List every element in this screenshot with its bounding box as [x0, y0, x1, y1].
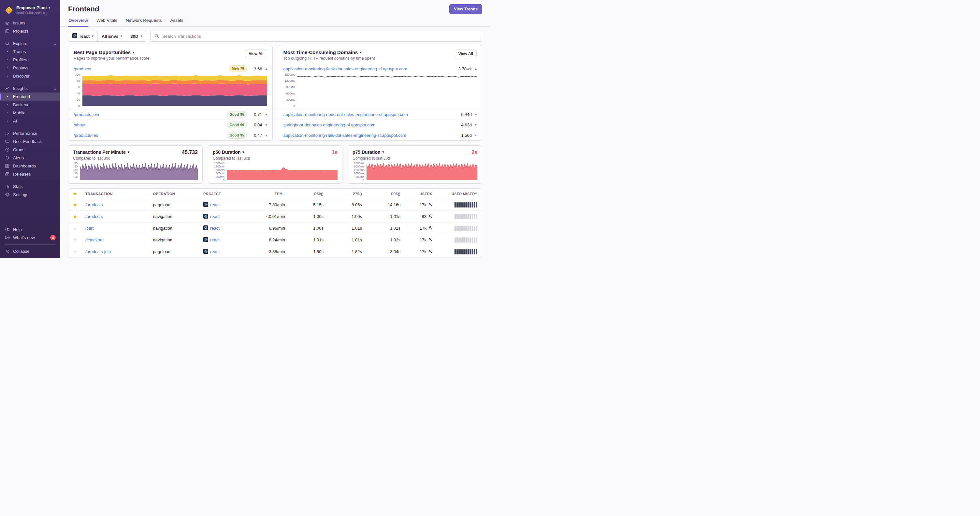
sidebar-item-performance[interactable]: Performance — [0, 129, 60, 138]
transaction-link[interactable]: /products-fes — [74, 133, 98, 138]
project-filter[interactable]: react ▾ — [68, 31, 98, 41]
misery-bar — [458, 214, 460, 219]
column-header-tpm[interactable]: TPM↓ — [249, 192, 285, 196]
sidebar-item-releases[interactable]: Releases — [0, 170, 60, 178]
transaction-link[interactable]: /products-join — [85, 249, 111, 254]
project-link[interactable]: react — [210, 214, 220, 219]
metric-title[interactable]: Transactions Per Minute▾ — [73, 149, 129, 155]
project-link[interactable]: react — [210, 202, 220, 207]
sidebar-item-issues[interactable]: Issues — [0, 19, 60, 27]
search-input[interactable] — [162, 33, 478, 39]
sidebar-item-profiles[interactable]: Profiles — [0, 56, 60, 64]
metric-value: 45.732 — [182, 149, 198, 156]
environment-filter[interactable]: All Envs ▾ — [98, 31, 126, 41]
column-header-p95[interactable]: P95() — [364, 192, 400, 196]
sidebar-item-mobile[interactable]: Mobile — [0, 109, 60, 117]
sidebar-item-discover[interactable]: Discover — [0, 72, 60, 80]
metric-title[interactable]: p50 Duration▾ — [213, 149, 244, 155]
chevron-down-icon[interactable]: ▾ — [265, 113, 267, 116]
opportunity-score: 3.66 — [250, 67, 262, 71]
sidebar-item-crons[interactable]: Crons — [0, 146, 60, 154]
chevron-down-icon[interactable]: ▾ — [265, 124, 267, 127]
column-header-transaction[interactable]: TRANSACTION — [85, 192, 151, 196]
sidebar-item-projects[interactable]: Projects — [0, 27, 60, 35]
view-trends-button[interactable]: View Trends — [449, 4, 482, 14]
opportunities-subtitle: Pages to improve your performance score — [74, 56, 150, 60]
misery-bar — [476, 202, 477, 208]
y-tick-label: 2000ms — [354, 165, 364, 168]
tab-network-requests[interactable]: Network Requests — [126, 16, 162, 27]
project-link[interactable]: react — [210, 226, 220, 231]
org-logo-icon — [5, 6, 13, 15]
project-link[interactable]: react — [210, 249, 220, 254]
domain-link[interactable]: application-monitoring-rails-dot-sales-e… — [283, 133, 406, 138]
column-header-misery[interactable]: USER MISERY — [435, 192, 477, 196]
sidebar-item-stats[interactable]: Stats — [0, 183, 60, 191]
column-header-p50[interactable]: P50() — [288, 192, 323, 196]
chevron-up-icon[interactable]: ▴ — [265, 67, 267, 70]
org-switcher[interactable]: Empower Plant▾ dominik.buszowiec... — [0, 3, 60, 18]
chevron-down-icon[interactable]: ▾ — [475, 113, 477, 116]
y-tick-label: 300ms — [216, 175, 224, 178]
sort-desc-icon: ↓ — [283, 192, 285, 196]
sidebar-item-backend[interactable]: Backend — [0, 101, 60, 109]
domain-link[interactable]: application-monitoring-node-dot-sales-en… — [283, 112, 408, 117]
date-range-filter[interactable]: 30D ▾ — [126, 31, 146, 41]
domain-link[interactable]: application-monitoring-flask-dot-sales-e… — [283, 67, 407, 71]
misery-bar — [457, 238, 458, 243]
chevron-down-icon[interactable]: ▾ — [475, 134, 477, 137]
sidebar-item-insights[interactable]: Insights▴ — [0, 84, 60, 92]
transaction-link[interactable]: /about — [74, 122, 85, 127]
domain-row: application-monitoring-rails-dot-sales-e… — [278, 130, 482, 140]
sidebar-item-what-s-new[interactable]: What's new4 — [0, 233, 60, 242]
opportunities-title[interactable]: Best Page Opportunities▾ — [74, 49, 150, 55]
sidebar-item-traces[interactable]: Traces — [0, 48, 60, 56]
users-cell: 17k — [403, 238, 432, 243]
sidebar-item-explore[interactable]: Explore▴ — [0, 40, 60, 48]
metric-title[interactable]: p75 Duration▾ — [353, 149, 384, 155]
tab-overview[interactable]: Overview — [68, 16, 88, 27]
view-all-domains-button[interactable]: View All — [455, 49, 477, 58]
column-header-users[interactable]: USERS — [403, 192, 432, 196]
transaction-link[interactable]: /products — [85, 202, 103, 207]
sidebar-item-replays[interactable]: Replays — [0, 64, 60, 72]
transaction-link[interactable]: /products — [74, 67, 91, 71]
sidebar-item-alerts[interactable]: Alerts — [0, 154, 60, 162]
chevron-down-icon[interactable]: ▾ — [265, 134, 267, 137]
y-tick-label: 1500ms — [214, 162, 224, 165]
sidebar-item-dashboards[interactable]: Dashboards — [0, 162, 60, 170]
operation-cell: navigation — [153, 238, 201, 242]
sidebar-section: Insights▴FrontendBackendMobileAI — [0, 84, 60, 125]
column-header-project[interactable]: PROJECT — [203, 192, 247, 196]
sidebar-item-collapse[interactable]: Collapse — [0, 247, 60, 256]
chevron-down-icon[interactable]: ▾ — [475, 124, 477, 127]
sidebar-item-ai[interactable]: AI — [0, 117, 60, 125]
project-link[interactable]: react — [210, 238, 220, 242]
sidebar-item-help[interactable]: Help — [0, 225, 60, 233]
project-cell: react — [203, 237, 247, 243]
star-toggle[interactable]: ☆ — [73, 249, 77, 254]
tab-assets[interactable]: Assets — [170, 16, 184, 27]
star-toggle[interactable]: ☆ — [73, 238, 77, 243]
domains-title[interactable]: Most Time-Consuming Domains▾ — [283, 49, 375, 55]
domain-link[interactable]: springboot-dot-sales-engineering-sf.apps… — [283, 122, 375, 127]
sidebar-item-user-feedback[interactable]: User Feedback — [0, 138, 60, 146]
users-cell: 83 — [403, 214, 432, 219]
transaction-link[interactable]: /products — [85, 214, 103, 219]
sidebar-item-settings[interactable]: Settings — [0, 191, 60, 199]
search-transactions[interactable] — [150, 31, 482, 42]
misery-bar — [474, 238, 475, 243]
star-toggle[interactable]: ★ — [73, 214, 77, 219]
star-toggle[interactable]: ☆ — [73, 226, 77, 231]
project-cell: react — [203, 214, 247, 219]
transaction-link[interactable]: /cart — [85, 226, 94, 231]
chevron-up-icon[interactable]: ▴ — [475, 67, 477, 70]
sidebar-item-frontend[interactable]: Frontend — [0, 92, 60, 101]
column-header-p75[interactable]: P75() — [326, 192, 362, 196]
view-all-opportunities-button[interactable]: View All — [245, 49, 267, 58]
tab-web-vitals[interactable]: Web Vitals — [96, 16, 118, 27]
transaction-link[interactable]: /checkout — [85, 238, 103, 242]
transaction-link[interactable]: /products-join — [74, 112, 99, 117]
column-header-operation[interactable]: OPERATION — [153, 192, 201, 196]
star-toggle[interactable]: ★ — [73, 202, 77, 208]
